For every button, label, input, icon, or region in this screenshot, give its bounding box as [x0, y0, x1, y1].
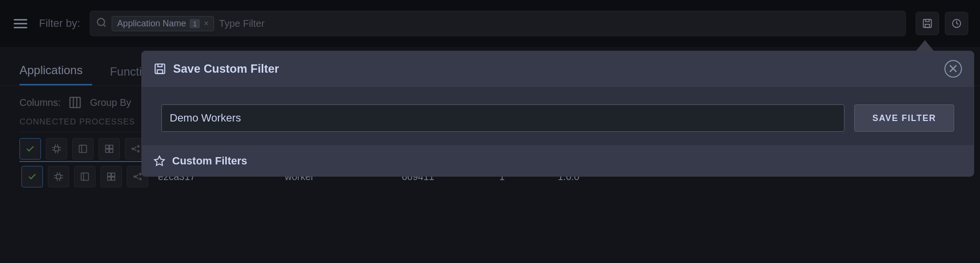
- filter-name-input[interactable]: [161, 104, 844, 132]
- modal-save-icon: [154, 62, 166, 75]
- modal-pointer: [916, 40, 934, 51]
- modal-header: Save Custom Filter ✕: [142, 51, 974, 87]
- svg-rect-49: [157, 70, 163, 74]
- modal-close-btn[interactable]: ✕: [944, 60, 962, 78]
- svg-rect-48: [155, 64, 165, 74]
- modal-body: SAVE FILTER: [142, 87, 974, 145]
- modal-title: Save Custom Filter: [173, 62, 279, 76]
- star-icon: [154, 155, 165, 167]
- modal-custom-filters-section: Custom Filters: [142, 145, 974, 176]
- svg-marker-50: [155, 156, 164, 165]
- custom-filters-label: Custom Filters: [172, 155, 247, 167]
- save-filter-modal: Save Custom Filter ✕ SAVE FILTER Custom …: [141, 51, 974, 177]
- modal-header-left: Save Custom Filter: [154, 62, 279, 76]
- save-filter-button[interactable]: SAVE FILTER: [854, 104, 954, 132]
